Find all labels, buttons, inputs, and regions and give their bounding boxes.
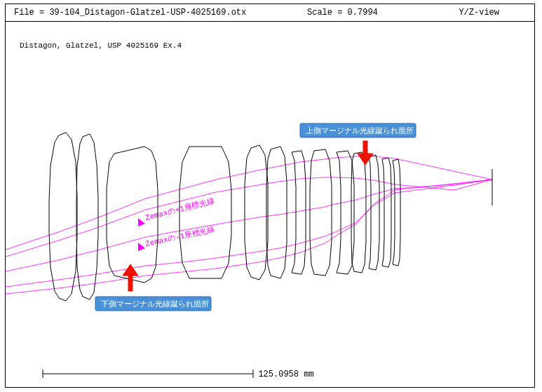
scale-label: Scale = (307, 8, 348, 18)
svg-marker-14 (382, 158, 391, 267)
svg-marker-13 (369, 155, 379, 270)
file-label-line: File = 39-104_Distagon-Glatzel-USP-40251… (14, 8, 246, 18)
svg-marker-3 (49, 133, 77, 301)
scale-bar: 125.0958 mm (43, 370, 314, 379)
drawing-canvas: Distagon, Glatzel, USP 4025169 Ex.4 Zema… (6, 22, 534, 387)
svg-marker-15 (393, 159, 400, 266)
optical-diagram: Zemaxの+1座標光線 Zemaxの-1座標光線 (6, 22, 534, 387)
upper-arrow-icon (358, 141, 373, 165)
scale-value: 0.7994 (348, 8, 378, 18)
scale-bar-text: 125.0958 mm (258, 370, 313, 379)
svg-marker-0 (138, 218, 145, 227)
lower-callout-text: 下側マージナル光線蹴られ箇所 (101, 299, 209, 308)
scale-label-line: Scale = 0.7994 (307, 8, 378, 18)
svg-marker-1 (138, 243, 145, 251)
svg-rect-17 (363, 141, 367, 154)
svg-marker-9 (292, 151, 306, 274)
ray-label-minus1: Zemaxの-1座標光線 (144, 224, 216, 248)
svg-marker-6 (179, 147, 231, 278)
lower-arrow-icon (123, 264, 138, 291)
view-label: Y/Z-view (459, 8, 499, 18)
svg-marker-18 (358, 154, 373, 165)
svg-marker-21 (123, 264, 138, 276)
svg-marker-7 (245, 145, 268, 280)
window-frame: File = 39-104_Distagon-Glatzel-USP-40251… (5, 4, 535, 388)
svg-rect-20 (128, 276, 133, 291)
svg-marker-12 (351, 152, 366, 273)
svg-marker-10 (310, 149, 332, 276)
file-label: File = (14, 8, 49, 18)
header-bar: File = 39-104_Distagon-Glatzel-USP-40251… (6, 4, 534, 22)
upper-callout-text: 上側マージナル光線蹴られ箇所 (306, 126, 414, 135)
file-value: 39-104_Distagon-Glatzel-USP-4025169.otx (49, 8, 246, 18)
